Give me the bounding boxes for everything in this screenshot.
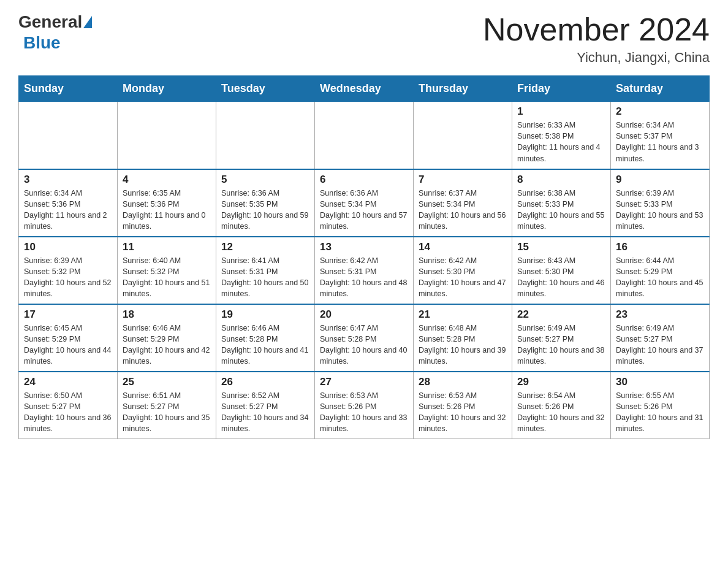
day-number: 30 <box>616 376 704 388</box>
title-area: November 2024 Yichun, Jiangxi, China <box>483 12 710 66</box>
day-number: 28 <box>419 376 507 388</box>
day-info: Sunrise: 6:34 AMSunset: 5:36 PMDaylight:… <box>24 188 112 232</box>
day-info: Sunrise: 6:36 AMSunset: 5:35 PMDaylight:… <box>221 188 309 232</box>
table-row: 22Sunrise: 6:49 AMSunset: 5:27 PMDayligh… <box>512 304 611 372</box>
day-number: 20 <box>320 308 408 321</box>
calendar-header-row: Sunday Monday Tuesday Wednesday Thursday… <box>19 76 710 102</box>
day-info: Sunrise: 6:53 AMSunset: 5:26 PMDaylight:… <box>320 390 408 435</box>
day-number: 27 <box>320 376 408 388</box>
day-info: Sunrise: 6:42 AMSunset: 5:30 PMDaylight:… <box>419 255 507 300</box>
day-number: 13 <box>320 241 408 253</box>
table-row: 6Sunrise: 6:36 AMSunset: 5:34 PMDaylight… <box>315 169 414 237</box>
day-info: Sunrise: 6:54 AMSunset: 5:26 PMDaylight:… <box>517 390 605 435</box>
day-number: 14 <box>419 241 507 253</box>
col-friday: Friday <box>512 76 611 102</box>
day-info: Sunrise: 6:42 AMSunset: 5:31 PMDaylight:… <box>320 255 408 300</box>
logo-blue-text: Blue <box>23 33 61 53</box>
location-title: Yichun, Jiangxi, China <box>483 50 710 66</box>
col-tuesday: Tuesday <box>216 76 315 102</box>
day-number: 7 <box>419 174 507 186</box>
table-row: 13Sunrise: 6:42 AMSunset: 5:31 PMDayligh… <box>315 237 414 304</box>
table-row: 17Sunrise: 6:45 AMSunset: 5:29 PMDayligh… <box>19 304 118 372</box>
calendar-week-5: 24Sunrise: 6:50 AMSunset: 5:27 PMDayligh… <box>19 372 710 439</box>
day-info: Sunrise: 6:47 AMSunset: 5:28 PMDaylight:… <box>320 323 408 367</box>
calendar-table: Sunday Monday Tuesday Wednesday Thursday… <box>18 75 710 439</box>
table-row: 3Sunrise: 6:34 AMSunset: 5:36 PMDaylight… <box>19 169 118 237</box>
day-info: Sunrise: 6:36 AMSunset: 5:34 PMDaylight:… <box>320 188 408 232</box>
table-row: 28Sunrise: 6:53 AMSunset: 5:26 PMDayligh… <box>414 372 512 439</box>
day-number: 5 <box>221 174 309 186</box>
day-info: Sunrise: 6:48 AMSunset: 5:28 PMDaylight:… <box>419 323 507 367</box>
table-row <box>414 102 512 169</box>
day-number: 2 <box>616 105 704 118</box>
table-row: 1Sunrise: 6:33 AMSunset: 5:38 PMDaylight… <box>512 102 611 169</box>
day-info: Sunrise: 6:33 AMSunset: 5:38 PMDaylight:… <box>517 120 605 164</box>
table-row: 4Sunrise: 6:35 AMSunset: 5:36 PMDaylight… <box>118 169 216 237</box>
table-row <box>315 102 414 169</box>
table-row: 25Sunrise: 6:51 AMSunset: 5:27 PMDayligh… <box>118 372 216 439</box>
table-row: 10Sunrise: 6:39 AMSunset: 5:32 PMDayligh… <box>19 237 118 304</box>
table-row: 20Sunrise: 6:47 AMSunset: 5:28 PMDayligh… <box>315 304 414 372</box>
table-row: 21Sunrise: 6:48 AMSunset: 5:28 PMDayligh… <box>414 304 512 372</box>
day-number: 26 <box>221 376 309 388</box>
day-number: 10 <box>24 241 112 253</box>
day-number: 1 <box>517 105 605 118</box>
table-row: 8Sunrise: 6:38 AMSunset: 5:33 PMDaylight… <box>512 169 611 237</box>
day-info: Sunrise: 6:51 AMSunset: 5:27 PMDaylight:… <box>123 390 211 435</box>
day-number: 19 <box>221 308 309 321</box>
day-number: 25 <box>123 376 211 388</box>
day-number: 24 <box>24 376 112 388</box>
table-row: 23Sunrise: 6:49 AMSunset: 5:27 PMDayligh… <box>611 304 710 372</box>
day-info: Sunrise: 6:35 AMSunset: 5:36 PMDaylight:… <box>123 188 211 232</box>
col-saturday: Saturday <box>611 76 710 102</box>
col-sunday: Sunday <box>19 76 118 102</box>
table-row: 19Sunrise: 6:46 AMSunset: 5:28 PMDayligh… <box>216 304 315 372</box>
day-info: Sunrise: 6:38 AMSunset: 5:33 PMDaylight:… <box>517 188 605 232</box>
logo-general-text: General <box>18 12 82 32</box>
table-row: 11Sunrise: 6:40 AMSunset: 5:32 PMDayligh… <box>118 237 216 304</box>
month-title: November 2024 <box>483 12 710 47</box>
day-number: 4 <box>123 174 211 186</box>
table-row: 12Sunrise: 6:41 AMSunset: 5:31 PMDayligh… <box>216 237 315 304</box>
day-number: 18 <box>123 308 211 321</box>
table-row: 18Sunrise: 6:46 AMSunset: 5:29 PMDayligh… <box>118 304 216 372</box>
day-number: 15 <box>517 241 605 253</box>
day-info: Sunrise: 6:45 AMSunset: 5:29 PMDaylight:… <box>24 323 112 367</box>
table-row: 29Sunrise: 6:54 AMSunset: 5:26 PMDayligh… <box>512 372 611 439</box>
calendar-week-4: 17Sunrise: 6:45 AMSunset: 5:29 PMDayligh… <box>19 304 710 372</box>
day-info: Sunrise: 6:50 AMSunset: 5:27 PMDaylight:… <box>24 390 112 435</box>
day-number: 16 <box>616 241 704 253</box>
page-header: General Blue November 2024 Yichun, Jiang… <box>18 12 710 66</box>
day-number: 8 <box>517 174 605 186</box>
day-number: 9 <box>616 174 704 186</box>
day-number: 29 <box>517 376 605 388</box>
day-number: 11 <box>123 241 211 253</box>
day-info: Sunrise: 6:37 AMSunset: 5:34 PMDaylight:… <box>419 188 507 232</box>
day-number: 23 <box>616 308 704 321</box>
day-info: Sunrise: 6:34 AMSunset: 5:37 PMDaylight:… <box>616 120 704 164</box>
day-info: Sunrise: 6:43 AMSunset: 5:30 PMDaylight:… <box>517 255 605 300</box>
day-number: 3 <box>24 174 112 186</box>
calendar-week-3: 10Sunrise: 6:39 AMSunset: 5:32 PMDayligh… <box>19 237 710 304</box>
day-info: Sunrise: 6:40 AMSunset: 5:32 PMDaylight:… <box>123 255 211 300</box>
table-row: 27Sunrise: 6:53 AMSunset: 5:26 PMDayligh… <box>315 372 414 439</box>
table-row: 2Sunrise: 6:34 AMSunset: 5:37 PMDaylight… <box>611 102 710 169</box>
col-thursday: Thursday <box>414 76 512 102</box>
logo-triangle-icon <box>83 16 92 28</box>
table-row <box>19 102 118 169</box>
day-number: 12 <box>221 241 309 253</box>
day-number: 22 <box>517 308 605 321</box>
day-info: Sunrise: 6:53 AMSunset: 5:26 PMDaylight:… <box>419 390 507 435</box>
day-info: Sunrise: 6:49 AMSunset: 5:27 PMDaylight:… <box>616 323 704 367</box>
day-info: Sunrise: 6:41 AMSunset: 5:31 PMDaylight:… <box>221 255 309 300</box>
day-info: Sunrise: 6:44 AMSunset: 5:29 PMDaylight:… <box>616 255 704 300</box>
col-monday: Monday <box>118 76 216 102</box>
table-row: 7Sunrise: 6:37 AMSunset: 5:34 PMDaylight… <box>414 169 512 237</box>
calendar-week-2: 3Sunrise: 6:34 AMSunset: 5:36 PMDaylight… <box>19 169 710 237</box>
calendar-week-1: 1Sunrise: 6:33 AMSunset: 5:38 PMDaylight… <box>19 102 710 169</box>
table-row <box>216 102 315 169</box>
day-number: 21 <box>419 308 507 321</box>
table-row: 16Sunrise: 6:44 AMSunset: 5:29 PMDayligh… <box>611 237 710 304</box>
logo: General Blue <box>18 12 93 53</box>
table-row: 9Sunrise: 6:39 AMSunset: 5:33 PMDaylight… <box>611 169 710 237</box>
